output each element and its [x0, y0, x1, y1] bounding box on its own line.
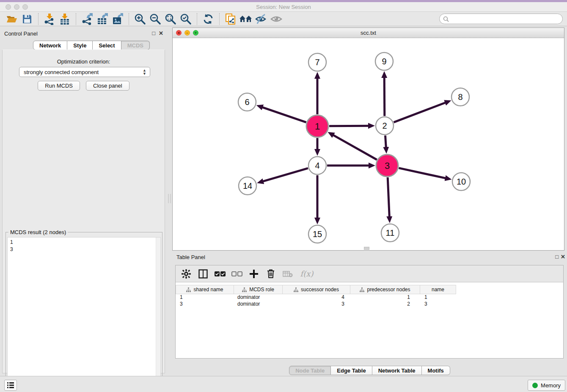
close-table-panel-icon[interactable]: ✕	[561, 254, 565, 260]
graph-node-label: 6	[245, 97, 249, 107]
table-cell[interactable]: 3	[283, 301, 350, 308]
export-table-icon	[97, 13, 108, 25]
tab-node-table[interactable]: Node Table	[289, 366, 331, 375]
graph-edge[interactable]	[399, 168, 446, 178]
tab-style[interactable]: Style	[67, 41, 93, 50]
table-body: 1dominator4113dominator323	[176, 294, 563, 308]
table-cell[interactable]: 1	[350, 294, 420, 301]
zoom-in-button[interactable]	[132, 13, 148, 25]
column-header-mcds-role[interactable]: MCDS role	[234, 285, 283, 294]
control-panel: Control Panel □ ✕ Network Style Select M…	[0, 26, 167, 376]
memory-status-dot	[532, 383, 538, 388]
column-header-predecessor-nodes[interactable]: predecessor nodes	[350, 285, 420, 294]
graph-edge[interactable]	[384, 77, 385, 116]
delete-table-button-disabled[interactable]	[281, 268, 294, 280]
optimization-criterion-label: Optimization criterion:	[3, 58, 165, 65]
function-builder-button-disabled[interactable]: f(x)	[298, 268, 315, 280]
first-neighbors-icon	[239, 14, 253, 24]
refresh-icon	[203, 14, 214, 25]
export-image-button[interactable]	[110, 13, 125, 25]
table-row[interactable]: 1dominator411	[176, 294, 563, 301]
network-window-title: scc.txt	[173, 30, 564, 36]
graph-edge[interactable]	[263, 168, 308, 181]
import-network-button[interactable]	[42, 13, 57, 25]
zoom-fit-button[interactable]	[163, 13, 178, 25]
table-cell[interactable]: 2	[350, 301, 420, 308]
app-window: Session: New Session	[0, 0, 567, 392]
column-header-name[interactable]: name	[420, 285, 456, 294]
column-header-shared-name[interactable]: shared name	[176, 285, 234, 294]
table-cell[interactable]: 3	[420, 301, 456, 308]
table-cell[interactable]: dominator	[234, 301, 283, 308]
canvas-scroll-thumb[interactable]	[364, 247, 369, 250]
tab-network-table[interactable]: Network Table	[372, 366, 422, 375]
optimization-criterion-select[interactable]: strongly connected component ▲▼	[19, 67, 150, 77]
plus-icon	[250, 270, 258, 278]
import-table-button[interactable]	[57, 13, 72, 25]
zoom-selected-icon	[180, 13, 192, 25]
float-table-panel-icon[interactable]: □	[555, 254, 559, 260]
float-panel-icon[interactable]: □	[152, 30, 155, 36]
graph-edge[interactable]	[388, 177, 389, 217]
select-all-columns-button[interactable]	[214, 268, 226, 280]
zoom-selected-button[interactable]	[178, 13, 193, 25]
close-panel-icon[interactable]: ✕	[159, 30, 163, 36]
table-settings-button[interactable]	[180, 268, 193, 280]
network-canvas[interactable]: 7968124314101511	[173, 38, 564, 250]
table-toolbar: f(x)	[176, 265, 563, 282]
network-window-titlebar[interactable]: ✕ − + scc.txt	[173, 28, 564, 38]
table-cell[interactable]: 1	[420, 294, 456, 301]
tab-network[interactable]: Network	[33, 41, 67, 50]
show-column-panel-button[interactable]	[197, 268, 209, 280]
graph-node-label: 14	[243, 181, 252, 190]
toolbar-separator	[76, 13, 76, 25]
task-history-button[interactable]	[4, 380, 17, 391]
delete-column-button[interactable]	[264, 268, 277, 280]
memory-button[interactable]: Memory	[528, 380, 565, 391]
table-row[interactable]: 3dominator323	[176, 301, 563, 308]
splitter-grip	[168, 194, 171, 203]
column-header-successor-nodes[interactable]: successor nodes	[283, 285, 350, 294]
table-cell[interactable]: 4	[283, 294, 350, 301]
table-cell[interactable]: dominator	[234, 294, 283, 301]
open-file-button[interactable]	[4, 13, 19, 25]
export-network-button[interactable]	[80, 13, 95, 25]
hide-selected-button[interactable]	[253, 13, 269, 25]
graph-edge[interactable]	[329, 126, 369, 126]
tab-motifs[interactable]: Motifs	[422, 366, 450, 375]
column-type-icon	[360, 287, 364, 292]
save-session-button[interactable]	[19, 13, 35, 25]
search-icon	[443, 16, 449, 22]
network-window: ✕ − + scc.txt 7968124314101511	[172, 28, 564, 251]
graph-edge[interactable]	[394, 103, 446, 122]
graph-edge[interactable]	[385, 135, 386, 147]
select-stepper-icon: ▲▼	[143, 69, 146, 75]
first-neighbors-button[interactable]	[238, 13, 253, 25]
export-table-button[interactable]	[95, 13, 110, 25]
hide-eye-icon	[255, 14, 267, 25]
unselect-all-columns-button[interactable]	[231, 268, 243, 280]
close-panel-button[interactable]: Close panel	[86, 81, 129, 91]
graph-edge[interactable]	[262, 107, 306, 122]
table-cell[interactable]: 3	[176, 301, 234, 308]
search-field[interactable]	[439, 14, 563, 24]
column-label: name	[432, 287, 444, 293]
refresh-layout-button[interactable]	[201, 13, 216, 25]
tab-edge-table[interactable]: Edge Table	[331, 366, 372, 375]
graph-edge[interactable]	[333, 135, 377, 160]
show-all-button[interactable]	[269, 13, 284, 25]
tab-mcds[interactable]: MCDS	[121, 41, 150, 50]
run-mcds-button[interactable]: Run MCDS	[38, 81, 80, 91]
mcds-result-text[interactable]: 1 3	[7, 237, 161, 390]
tab-select[interactable]: Select	[93, 41, 121, 50]
delete-table-icon	[283, 271, 293, 277]
result-scrollbar[interactable]	[156, 237, 160, 389]
graph-node-label: 11	[386, 228, 395, 237]
open-folder-icon	[6, 14, 18, 24]
save-icon	[22, 14, 32, 24]
panel-splitter[interactable]	[167, 26, 172, 376]
table-cell[interactable]: 1	[176, 294, 234, 301]
new-network-from-selection-button[interactable]	[223, 13, 238, 25]
zoom-out-button[interactable]	[148, 13, 163, 25]
create-column-button[interactable]	[248, 268, 260, 280]
